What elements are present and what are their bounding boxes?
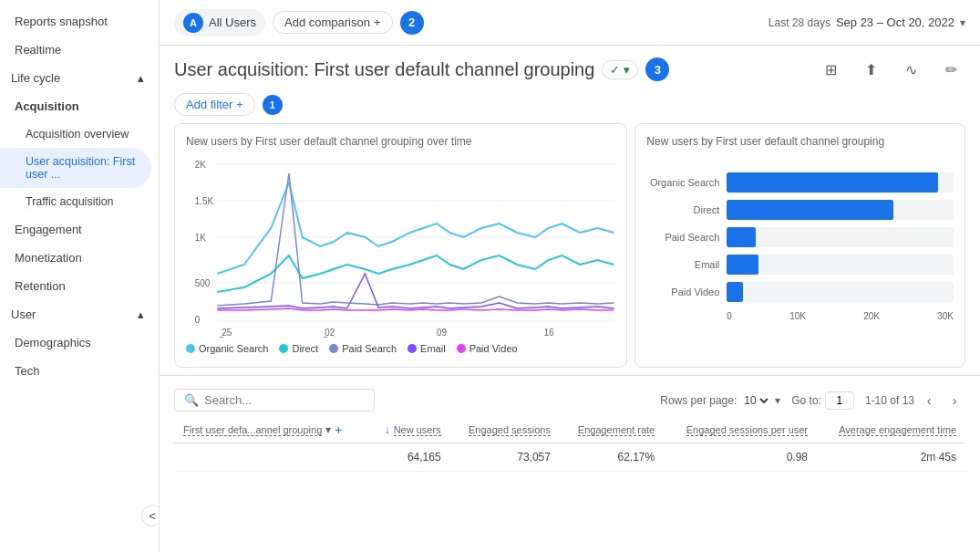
customize-button[interactable]: ⊞ [816, 55, 845, 84]
report-header: User acquisition: First user default cha… [160, 46, 980, 89]
user-chip[interactable]: A All Users [174, 9, 265, 36]
share-icon: ⬆ [865, 61, 877, 78]
main-content: A All Users Add comparison + 2 Last 28 d… [160, 0, 980, 552]
legend-paid-video[interactable]: Paid Video [457, 343, 518, 354]
legend-label-email: Email [420, 343, 446, 354]
sidebar-item-engagement[interactable]: Engagement [0, 215, 159, 244]
sort-icon: ↓ [385, 423, 390, 436]
legend-label-organic: Organic Search [199, 343, 268, 354]
add-filter-label: Add filter [186, 98, 232, 111]
bar-label-paid-video: Paid Video [646, 286, 719, 297]
col-header-new-users: ↓ New users [368, 417, 450, 443]
add-column-button[interactable]: + [335, 422, 342, 437]
search-icon: 🔍 [184, 393, 199, 407]
bar-track-direct [727, 200, 954, 220]
svg-text:16: 16 [544, 328, 554, 338]
edit-icon: ✏ [945, 61, 957, 78]
channel-dropdown-icon[interactable]: ▾ [325, 423, 331, 436]
svg-text:500: 500 [195, 278, 211, 288]
svg-text:0: 0 [195, 315, 201, 325]
sidebar-item-acquisition-group[interactable]: Acquisition [0, 92, 159, 120]
bar-fill-organic [727, 172, 938, 193]
chevron-up-icon-user: ▴ [138, 307, 144, 321]
sidebar-user-header[interactable]: User ▴ [0, 300, 159, 328]
legend-direct[interactable]: Direct [279, 343, 318, 354]
sidebar-collapse-button[interactable]: < [141, 505, 160, 526]
total-sessions-per-user: 0.98 [664, 443, 817, 472]
svg-text:1.5K: 1.5K [195, 196, 214, 206]
rows-per-page-select[interactable]: 10 25 50 [740, 393, 771, 408]
sidebar-item-retention[interactable]: Retention [0, 272, 159, 300]
sidebar-item-traffic-acquisition[interactable]: Traffic acquisition [0, 188, 159, 215]
legend-dot-paid-search [329, 344, 338, 353]
data-table: First user defa...annel grouping ▾ + ↓ N… [174, 417, 965, 472]
line-chart-panel: New users by First user default channel … [174, 123, 627, 368]
badge-3: 3 [645, 57, 669, 81]
bar-track-email [727, 255, 954, 275]
sidebar-lifecycle-header[interactable]: Life cycle ▴ [0, 64, 159, 92]
report-actions: ⊞ ⬆ ∿ ✏ [816, 55, 965, 84]
bar-row-direct: Direct [646, 200, 954, 220]
sidebar-item-user-acquisition[interactable]: User acquisition: First user ... [0, 148, 151, 188]
add-comparison-label: Add comparison [284, 16, 370, 29]
bar-row-organic-search: Organic Search [646, 172, 954, 193]
date-range[interactable]: Sep 23 – Oct 20, 2022 [836, 16, 954, 29]
table-controls: 🔍 Rows per page: 10 25 50 ▾ Go to: [174, 383, 965, 417]
chevron-down-icon-date[interactable]: ▾ [960, 16, 965, 29]
svg-text:2K: 2K [195, 160, 206, 170]
demographics-label: Demographics [15, 336, 91, 349]
legend-email[interactable]: Email [407, 343, 446, 354]
sidebar-item-reports-snapshot[interactable]: Reports snapshot [0, 7, 159, 36]
sidebar-item-realtime[interactable]: Realtime [0, 36, 159, 64]
chevron-down-rpp: ▾ [775, 394, 780, 407]
page-range: 1-10 of 13 [865, 394, 914, 407]
line-chart-svg: 2K 1.5K 1K 500 0 [186, 155, 615, 338]
badge-2: 2 [400, 11, 424, 35]
sidebar-item-demographics[interactable]: Demographics [0, 328, 159, 357]
sidebar-label-reports-snapshot: Reports snapshot [15, 15, 108, 28]
share-button[interactable]: ⬆ [856, 55, 885, 84]
acquisition-overview-label: Acquisition overview [26, 128, 129, 141]
filter-badge: 1 [263, 95, 283, 115]
sidebar-item-tech[interactable]: Tech [0, 357, 159, 385]
sidebar-item-monetization[interactable]: Monetization [0, 244, 159, 272]
legend-paid-search[interactable]: Paid Search [329, 343, 397, 354]
edit-button[interactable]: ✏ [936, 55, 965, 84]
bar-chart-container: Organic Search Direct Paid Search [646, 155, 954, 356]
legend-organic-search[interactable]: Organic Search [186, 343, 268, 354]
trendline-button[interactable]: ∿ [896, 55, 925, 84]
verified-check-icon: ✓ [610, 63, 620, 77]
sidebar-item-acquisition-overview[interactable]: Acquisition overview [0, 120, 159, 148]
topbar-left: A All Users Add comparison + 2 [174, 9, 424, 36]
avatar: A [183, 13, 203, 33]
page-input[interactable] [825, 391, 854, 410]
bar-fill-paid-search [727, 227, 756, 247]
svg-text:09: 09 [437, 328, 447, 338]
search-box[interactable]: 🔍 [174, 389, 375, 411]
traffic-acquisition-label: Traffic acquisition [26, 195, 114, 208]
add-filter-button[interactable]: Add filter + [174, 93, 255, 116]
bar-label-email: Email [646, 259, 719, 270]
line-chart-container: 2K 1.5K 1K 500 0 [186, 155, 615, 338]
add-icon: + [374, 16, 381, 29]
next-page-button[interactable]: › [944, 390, 965, 411]
lifecycle-label: Life cycle [11, 71, 60, 85]
monetization-label: Monetization [15, 251, 82, 265]
line-chart-title: New users by First user default channel … [186, 135, 615, 148]
bar-fill-email [727, 255, 758, 275]
search-input[interactable] [204, 393, 365, 407]
bar-fill-direct [727, 200, 892, 220]
chevron-down-verified: ▾ [624, 63, 630, 77]
topbar: A All Users Add comparison + 2 Last 28 d… [160, 0, 980, 46]
add-comparison-button[interactable]: Add comparison + [273, 11, 393, 34]
chart-legend: Organic Search Direct Paid Search Email … [186, 338, 615, 354]
verified-badge[interactable]: ✓ ▾ [602, 60, 638, 79]
col-header-engagement-rate: Engagement rate [560, 417, 664, 443]
bar-track-paid-search [727, 227, 954, 247]
prev-page-button[interactable]: ‹ [918, 390, 940, 411]
go-to-label: Go to: [791, 394, 821, 407]
legend-dot-paid-video [457, 344, 466, 353]
col-header-avg-engagement-time: Average engagement time [817, 417, 965, 443]
col-header-engaged-sessions-per-user: Engaged sessions per user [664, 417, 817, 443]
engagement-label: Engagement [15, 223, 82, 236]
